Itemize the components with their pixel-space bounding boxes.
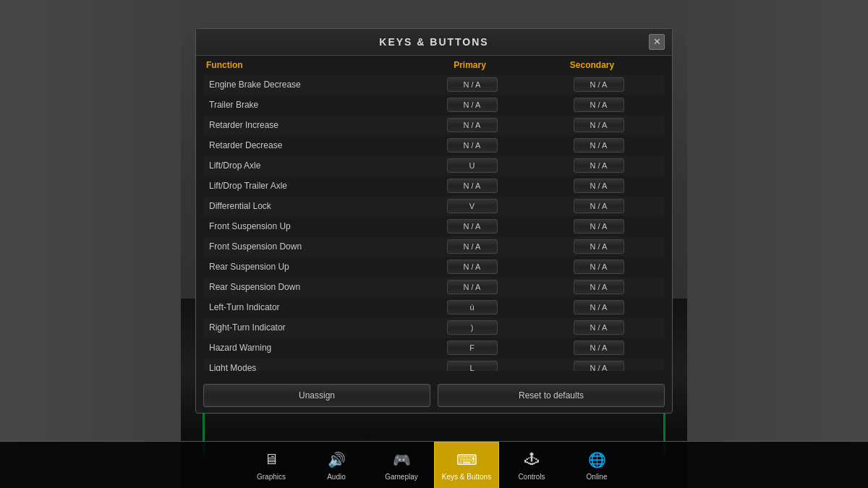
toolbar-label-keys-buttons: Keys & Buttons <box>442 473 491 481</box>
toolbar-item-graphics[interactable]: 🖥Graphics <box>239 442 304 489</box>
secondary-key-btn[interactable]: N / A <box>574 199 624 213</box>
cell-function: Retarder Increase <box>206 120 409 130</box>
cell-secondary[interactable]: N / A <box>535 96 662 114</box>
secondary-key-btn[interactable]: N / A <box>574 260 624 274</box>
cell-secondary[interactable]: N / A <box>535 339 662 356</box>
cell-secondary[interactable]: N / A <box>535 258 662 275</box>
cell-primary[interactable]: U <box>409 157 535 174</box>
secondary-key-btn[interactable]: N / A <box>574 98 624 112</box>
primary-key-btn[interactable]: N / A <box>447 98 498 112</box>
table-row[interactable]: Trailer BrakeN / AN / A <box>203 95 665 115</box>
primary-key-btn[interactable]: N / A <box>447 239 498 254</box>
cell-secondary[interactable]: N / A <box>535 157 662 174</box>
table-row[interactable]: Retarder DecreaseN / AN / A <box>203 135 665 155</box>
cell-primary[interactable]: F <box>409 339 535 356</box>
secondary-key-btn[interactable]: N / A <box>574 300 624 314</box>
table-row[interactable]: Right-Turn Indicator)N / A <box>203 317 665 338</box>
cell-primary[interactable]: N / A <box>409 278 535 296</box>
controls-icon: 🕹 <box>519 449 545 471</box>
cell-secondary[interactable]: N / A <box>535 197 662 215</box>
cell-primary[interactable]: N / A <box>409 137 535 154</box>
secondary-key-btn[interactable]: N / A <box>574 361 624 371</box>
toolbar-label-audio: Audio <box>327 473 346 481</box>
table-row[interactable]: Lift/Drop Trailer AxleN / AN / A <box>203 176 665 196</box>
toolbar-item-keys-buttons[interactable]: ⌨Keys & Buttons <box>434 442 499 489</box>
cell-primary[interactable]: V <box>409 197 535 215</box>
cell-function: Front Suspension Down <box>206 241 409 252</box>
table-row[interactable]: Left-Turn IndicatorúN / A <box>203 297 665 317</box>
table-row[interactable]: Front Suspension UpN / AN / A <box>203 216 665 236</box>
unassign-button[interactable]: Unassign <box>203 384 430 407</box>
cell-primary[interactable]: L <box>409 359 535 371</box>
cell-primary[interactable]: ) <box>409 319 535 336</box>
primary-key-btn[interactable]: ú <box>447 300 498 314</box>
table-header: Function Primary Secondary <box>203 56 665 74</box>
toolbar-label-controls: Controls <box>518 473 545 481</box>
cell-function: Trailer Brake <box>206 100 409 110</box>
cell-secondary[interactable]: N / A <box>535 319 662 336</box>
toolbar-item-online[interactable]: 🌐Online <box>564 442 629 489</box>
toolbar-item-audio[interactable]: 🔊Audio <box>304 442 369 489</box>
close-button[interactable]: ✕ <box>649 34 665 50</box>
primary-key-btn[interactable]: N / A <box>447 77 498 92</box>
cell-primary[interactable]: N / A <box>409 116 535 134</box>
cell-primary[interactable]: N / A <box>409 96 535 114</box>
table-row[interactable]: Lift/Drop AxleUN / A <box>203 155 665 176</box>
primary-key-btn[interactable]: N / A <box>447 219 498 234</box>
secondary-key-btn[interactable]: N / A <box>574 179 624 193</box>
table-row[interactable]: Retarder IncreaseN / AN / A <box>203 115 665 135</box>
primary-key-btn[interactable]: N / A <box>447 118 498 132</box>
cell-primary[interactable]: N / A <box>409 177 535 194</box>
cell-secondary[interactable]: N / A <box>535 278 662 296</box>
reset-button[interactable]: Reset to defaults <box>438 384 665 407</box>
toolbar-item-gameplay[interactable]: 🎮Gameplay <box>369 442 434 489</box>
table-row[interactable]: Engine Brake DecreaseN / AN / A <box>203 74 665 95</box>
cell-secondary[interactable]: N / A <box>535 76 662 93</box>
primary-key-btn[interactable]: N / A <box>447 280 498 294</box>
table-row[interactable]: Rear Suspension UpN / AN / A <box>203 257 665 277</box>
table-row[interactable]: Front Suspension DownN / AN / A <box>203 236 665 257</box>
table-rows[interactable]: Engine Brake DecreaseN / AN / ATrailer B… <box>203 74 665 371</box>
cell-secondary[interactable]: N / A <box>535 218 662 235</box>
table-wrapper: Engine Brake DecreaseN / AN / ATrailer B… <box>203 74 665 371</box>
secondary-key-btn[interactable]: N / A <box>574 341 624 355</box>
table-row[interactable]: Hazard WarningFN / A <box>203 338 665 358</box>
cell-primary[interactable]: ú <box>409 299 535 316</box>
cell-secondary[interactable]: N / A <box>535 116 662 134</box>
audio-icon: 🔊 <box>323 449 349 471</box>
cell-secondary[interactable]: N / A <box>535 177 662 194</box>
toolbar-item-controls[interactable]: 🕹Controls <box>499 442 564 489</box>
secondary-key-btn[interactable]: N / A <box>574 138 624 153</box>
cell-primary[interactable]: N / A <box>409 76 535 93</box>
secondary-key-btn[interactable]: N / A <box>574 219 624 234</box>
primary-key-btn[interactable]: L <box>447 361 498 371</box>
table-row[interactable]: Light ModesLN / A <box>203 358 665 371</box>
cell-primary[interactable]: N / A <box>409 258 535 275</box>
primary-key-btn[interactable]: ) <box>447 320 498 335</box>
secondary-key-btn[interactable]: N / A <box>574 158 624 173</box>
keys-buttons-icon: ⌨ <box>454 449 480 471</box>
primary-key-btn[interactable]: V <box>447 199 498 213</box>
secondary-key-btn[interactable]: N / A <box>574 118 624 132</box>
cell-secondary[interactable]: N / A <box>535 137 662 154</box>
cell-function: Hazard Warning <box>206 343 409 353</box>
toolbar-label-gameplay: Gameplay <box>385 473 418 481</box>
cell-secondary[interactable]: N / A <box>535 299 662 316</box>
cell-secondary[interactable]: N / A <box>535 359 662 371</box>
primary-key-btn[interactable]: N / A <box>447 179 498 193</box>
primary-key-btn[interactable]: N / A <box>447 138 498 153</box>
table-row[interactable]: Rear Suspension DownN / AN / A <box>203 277 665 297</box>
cell-primary[interactable]: N / A <box>409 218 535 235</box>
secondary-key-btn[interactable]: N / A <box>574 239 624 254</box>
table-row[interactable]: Differential LockVN / A <box>203 196 665 216</box>
cell-secondary[interactable]: N / A <box>535 238 662 255</box>
secondary-key-btn[interactable]: N / A <box>574 320 624 335</box>
primary-key-btn[interactable]: F <box>447 341 498 355</box>
primary-key-btn[interactable]: U <box>447 158 498 173</box>
online-icon: 🌐 <box>584 449 610 471</box>
secondary-key-btn[interactable]: N / A <box>574 280 624 294</box>
modal-overlay: KEYS & BUTTONS ✕ Function Primary Second… <box>0 0 868 488</box>
cell-primary[interactable]: N / A <box>409 238 535 255</box>
primary-key-btn[interactable]: N / A <box>447 260 498 274</box>
secondary-key-btn[interactable]: N / A <box>574 77 624 92</box>
